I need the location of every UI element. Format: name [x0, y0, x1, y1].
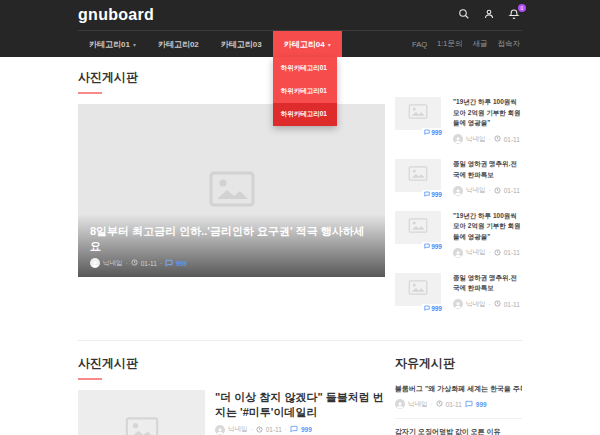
author-name: 닉네임 [103, 259, 123, 268]
image-placeholder-icon [408, 166, 428, 185]
photo-board-sidebar: 999 "19년간 하루 100원씩 모아 2억원 기부한 회원들에 영광을" … [395, 97, 522, 324]
comment-count: 999 [476, 401, 487, 408]
nav-item-label: 카테고리01 [89, 39, 130, 50]
post-date: 01-11 [266, 426, 282, 433]
nav-item-category03[interactable]: 카테고리03 [210, 31, 273, 57]
comment-icon [424, 305, 430, 312]
dropdown-item-subcategory-hover[interactable]: 하위카테고리01 [273, 103, 337, 126]
nav-item-label: 카테고리03 [221, 39, 262, 50]
author-name: 닉네임 [466, 186, 486, 195]
comment-chip: 999 [422, 190, 444, 199]
author-name: 닉네임 [228, 425, 248, 434]
photo-board-title: 사진게시판 [78, 69, 385, 94]
post-date: 01-11 [504, 301, 520, 308]
comment-icon [424, 191, 430, 198]
list-item[interactable]: 999 "19년간 하루 100원씩 모아 2억원 기부한 회원들에 영광을" … [395, 211, 522, 258]
clock-icon [494, 187, 501, 195]
list-item[interactable]: 블룸버그 "왜 가상화폐 세계는 한국을 주목하는가" 닉네임· 01-11 9… [395, 372, 522, 419]
clock-icon [494, 249, 501, 257]
comment-icon [290, 425, 298, 434]
thumbnail: 999 [395, 97, 441, 130]
list-item[interactable]: 999 종일 영하권 맹추위.전국에 한파특보 닉네임· 01-11 [395, 273, 522, 309]
chevron-down-icon: ▾ [328, 41, 331, 48]
post-title: "19년간 하루 100원씩 모아 2억원 기부한 회원들에 영광을" [453, 97, 522, 129]
comment-icon [465, 400, 473, 409]
post-date: 01-11 [141, 260, 157, 267]
article-item[interactable]: "더 이상 참지 않겠다" 들불처럼 번지는 '#미투'이데일리 닉네임· 01… [78, 380, 385, 435]
author-name: 닉네임 [466, 135, 486, 144]
header-icons: 0 [456, 7, 522, 23]
comment-icon [424, 243, 430, 250]
photo-board-title: 사진게시판 [78, 355, 385, 380]
avatar [90, 258, 100, 268]
nav-item-label: 카테고리02 [158, 39, 199, 50]
lower-section: 사진게시판 "더 이상 참지 않겠다" 들불처럼 번지는 '#미투'이데일리 닉… [78, 340, 522, 435]
main-nav: 카테고리01 ▾ 카테고리02 카테고리03 카테고리04 ▾ 하위카테고리01… [0, 30, 600, 57]
avatar [395, 399, 405, 409]
dropdown-item-subcategory[interactable]: 하위카테고리01 [273, 57, 337, 80]
free-board-title: 자유게시판 [395, 355, 522, 372]
category04-dropdown: 하위카테고리01 하위카테고리01 하위카테고리01 [273, 57, 337, 126]
image-placeholder-icon [125, 417, 159, 435]
comment-icon [165, 259, 173, 268]
comment-chip: 999 [422, 242, 444, 251]
avatar [215, 425, 225, 435]
post-title: "19년간 하루 100원씩 모아 2억원 기부한 회원들에 영광을" [453, 211, 522, 243]
list-item[interactable]: 갑자기 오징어덮밥 값이 오른 이유 닉네임· 01-11 999 [395, 419, 522, 435]
user-button[interactable] [481, 7, 497, 23]
comment-count: 999 [176, 260, 187, 267]
post-title: 종일 영하권 맹추위.전국에 한파특보 [453, 273, 522, 294]
user-icon [483, 8, 495, 23]
post-title: 종일 영하권 맹추위.전국에 한파특보 [453, 159, 522, 180]
thumbnail [78, 390, 205, 435]
nav-item-label: 카테고리04 [284, 39, 325, 50]
post-title: 블룸버그 "왜 가상화폐 세계는 한국을 주목하는가" [395, 384, 522, 394]
clock-icon [494, 135, 501, 143]
thumbnail: 999 [395, 159, 441, 192]
clock-icon [131, 259, 138, 267]
utility-links: FAQ 1:1문의 새글 접속자 [412, 31, 522, 57]
avatar [453, 299, 463, 309]
nav-item-category02[interactable]: 카테고리02 [147, 31, 210, 57]
post-date: 01-11 [504, 187, 520, 194]
featured-post[interactable]: 8일부터 최고금리 인하..'금리인하 요구권' 적극 행사하세요 닉네임· 0… [78, 104, 385, 277]
utility-link-newposts[interactable]: 새글 [473, 39, 488, 49]
post-title: 갑자기 오징어덮밥 값이 오른 이유 [395, 427, 522, 435]
utility-link-inquiry[interactable]: 1:1문의 [437, 39, 462, 49]
photo-board-list: 사진게시판 "더 이상 참지 않겠다" 들불처럼 번지는 '#미투'이데일리 닉… [78, 355, 385, 435]
clock-icon [256, 426, 263, 434]
clock-icon [494, 300, 501, 308]
chevron-down-icon: ▾ [133, 41, 136, 48]
list-item[interactable]: 999 종일 영하권 맹추위.전국에 한파특보 닉네임· 01-11 [395, 159, 522, 195]
top-header: gnuboard 0 [0, 0, 600, 30]
dropdown-item-subcategory[interactable]: 하위카테고리01 [273, 80, 337, 103]
logo[interactable]: gnuboard [78, 6, 154, 24]
search-button[interactable] [456, 7, 472, 23]
post-title: "더 이상 참지 않겠다" 들불처럼 번지는 '#미투'이데일리 [215, 390, 385, 420]
list-item[interactable]: 999 "19년간 하루 100원씩 모아 2억원 기부한 회원들에 영광을" … [395, 97, 522, 144]
notification-button[interactable]: 0 [506, 7, 522, 23]
thumbnail: 999 [395, 273, 441, 306]
post-date: 01-11 [504, 249, 520, 256]
comment-icon [424, 129, 430, 136]
avatar [453, 134, 463, 144]
thumbnail: 999 [395, 211, 441, 244]
utility-link-visitors[interactable]: 접속자 [498, 39, 521, 49]
featured-caption: 8일부터 최고금리 인하..'금리인하 요구권' 적극 행사하세요 닉네임· 0… [78, 214, 385, 277]
author-name: 닉네임 [466, 248, 486, 257]
image-placeholder-icon [408, 104, 428, 123]
avatar [453, 248, 463, 258]
comment-chip: 999 [422, 128, 444, 137]
nav-item-category04[interactable]: 카테고리04 ▾ [273, 31, 342, 57]
clock-icon [436, 400, 443, 408]
author-name: 닉네임 [408, 400, 428, 409]
image-placeholder-icon [408, 280, 428, 299]
notification-badge: 0 [518, 4, 526, 12]
nav-dropdown-wrap: 카테고리04 ▾ 하위카테고리01 하위카테고리01 하위카테고리01 [273, 31, 342, 57]
utility-link-faq[interactable]: FAQ [412, 40, 427, 49]
nav-item-category01[interactable]: 카테고리01 ▾ [78, 31, 147, 57]
featured-title: 8일부터 최고금리 인하..'금리인하 요구권' 적극 행사하세요 [90, 224, 373, 253]
comment-chip: 999 [422, 304, 444, 313]
search-icon [458, 8, 470, 23]
post-date: 01-11 [504, 136, 520, 143]
